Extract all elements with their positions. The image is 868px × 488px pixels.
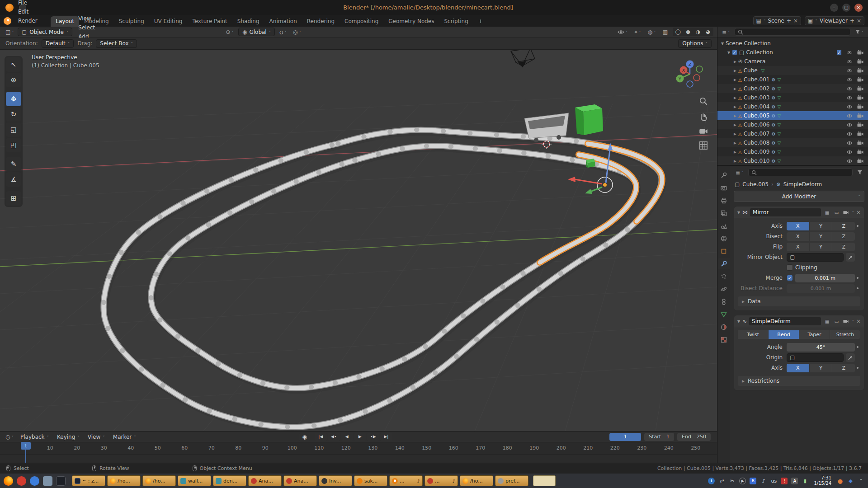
keyboard-layout-indicator[interactable]: us	[770, 478, 777, 484]
tab-physics[interactable]	[718, 283, 730, 295]
taskbar-window-button[interactable]: /ho...	[107, 475, 141, 486]
timeline-menu[interactable]: Playback	[16, 432, 53, 441]
realtime-display-toggle[interactable]	[833, 210, 840, 215]
clock[interactable]: 7:31 1/15/24	[814, 475, 831, 486]
tab-object[interactable]	[718, 245, 730, 257]
workspace-tab[interactable]: UV Editing	[149, 16, 188, 27]
animate-dot[interactable]	[855, 346, 860, 348]
collapse-icon[interactable]	[727, 50, 730, 55]
topbar-menu[interactable]: Render	[14, 16, 43, 25]
prev-keyframe-button[interactable]	[328, 433, 340, 441]
object-name[interactable]: Cube.009	[744, 149, 770, 155]
expand-caret-icon[interactable]	[734, 68, 736, 73]
maximize-button[interactable]: ▢	[842, 4, 850, 12]
animate-dot[interactable]	[855, 277, 860, 279]
clipping-checkbox[interactable]	[787, 264, 793, 271]
overlays-dropdown[interactable]	[646, 29, 658, 35]
green-cube-object[interactable]	[575, 104, 603, 135]
hide-eye-icon[interactable]	[846, 96, 853, 100]
workspace-tab[interactable]: Geometry Nodes	[383, 16, 439, 27]
select-box-tool[interactable]	[6, 57, 21, 72]
hide-eye-icon[interactable]	[846, 51, 853, 55]
tab-output[interactable]	[718, 195, 730, 206]
taskbar-window-button[interactable]: Ana...	[248, 475, 282, 486]
topbar-menu[interactable]: File	[14, 0, 43, 7]
shading-mode-button[interactable]	[703, 28, 713, 36]
collection-label[interactable]: Collection	[746, 49, 773, 56]
outliner-object-row[interactable]: Cube.005	[717, 111, 868, 120]
timeline-menu[interactable]: View	[84, 432, 109, 441]
tab-material[interactable]	[718, 321, 730, 333]
deform-mode-tab[interactable]: Taper	[799, 330, 830, 339]
timeline-ruler[interactable]: 1020304050607080901001101201301401501601…	[0, 442, 717, 454]
render-visibility-icon[interactable]	[857, 77, 863, 82]
hide-eye-icon[interactable]	[846, 69, 853, 73]
taskbar-window-button[interactable]: pref...	[495, 475, 528, 486]
visibility-dropdown[interactable]	[616, 29, 630, 35]
gizmo-x-arrow[interactable]	[568, 177, 576, 182]
edit-mode-display-toggle[interactable]	[823, 319, 830, 324]
workspace-tab[interactable]: Sculpting	[114, 16, 149, 27]
tab-tool[interactable]	[718, 169, 730, 181]
next-keyframe-button[interactable]	[367, 433, 379, 441]
outliner-search-input[interactable]	[735, 28, 850, 36]
tab-particles[interactable]	[718, 271, 730, 282]
remove-viewlayer-icon[interactable]	[857, 18, 861, 23]
unlink-scene-icon[interactable]	[793, 18, 798, 23]
playhead[interactable]: 1	[21, 442, 31, 450]
object-name[interactable]: Cube.005	[744, 113, 770, 119]
proportional-editing-dropdown[interactable]	[291, 29, 303, 35]
orientation-dropdown[interactable]: Default	[42, 39, 74, 48]
viewport-menu[interactable]: View	[74, 14, 100, 23]
scale-tool[interactable]	[6, 122, 21, 137]
xray-toggle[interactable]	[661, 29, 670, 35]
outliner-object-row[interactable]: Cube.009	[717, 147, 868, 156]
mirror-axis-x-button[interactable]: X	[787, 222, 809, 230]
deform-axis-x-button[interactable]: X	[787, 364, 809, 372]
expand-caret-icon[interactable]	[734, 77, 736, 82]
taskbar-window-button[interactable]: Ana...	[283, 475, 317, 486]
toggle-grid-icon[interactable]	[699, 141, 708, 150]
render-visibility-icon[interactable]	[857, 86, 863, 91]
new-viewlayer-icon[interactable]	[850, 18, 854, 23]
tab-modifiers[interactable]	[718, 258, 730, 269]
hide-eye-icon[interactable]	[846, 132, 853, 136]
pivot-point-dropdown[interactable]	[224, 29, 236, 35]
render-visibility-icon[interactable]	[857, 95, 863, 100]
angle-field[interactable]: 45°	[787, 343, 855, 352]
object-name[interactable]: Cube.007	[744, 131, 770, 137]
browser-launcher-icon[interactable]	[30, 476, 39, 486]
tray-expand-icon[interactable]	[858, 478, 864, 484]
drag-dropdown[interactable]: Select Box	[96, 39, 137, 48]
camera-view-icon[interactable]	[699, 127, 708, 135]
taskbar-window-button[interactable]: /ho...	[460, 475, 493, 486]
modifier-extras-icon[interactable]	[852, 210, 854, 215]
outliner-object-row[interactable]: Cube.004	[717, 102, 868, 111]
outliner-object-row[interactable]: Cube.007	[717, 129, 868, 138]
merge-threshold-field[interactable]: 0.001 m	[795, 274, 855, 282]
flip-y-button[interactable]: Y	[810, 243, 832, 251]
expand-caret-icon[interactable]	[734, 131, 736, 136]
object-name[interactable]: Cube.004	[744, 103, 770, 110]
hide-eye-icon[interactable]	[846, 159, 853, 163]
render-visibility-icon[interactable]	[857, 159, 863, 163]
edit-mode-display-toggle[interactable]	[823, 210, 830, 215]
input-method-icon[interactable]	[791, 478, 798, 484]
bisect-y-button[interactable]: Y	[810, 232, 832, 241]
properties-search-input[interactable]	[748, 169, 853, 176]
workspace-tab[interactable]: Rendering	[302, 16, 340, 27]
expand-caret-icon[interactable]	[734, 59, 736, 64]
cursor-tool[interactable]	[6, 73, 21, 87]
animate-dot[interactable]	[855, 367, 860, 369]
editor-type-dropdown[interactable]	[720, 29, 732, 35]
workspace-tab[interactable]: Shading	[232, 16, 264, 27]
editor-type-dropdown[interactable]	[4, 29, 16, 35]
filter-icon[interactable]	[855, 170, 864, 175]
scene-selector[interactable]: Scene	[753, 16, 802, 25]
gizmo-y-arrow[interactable]	[585, 189, 592, 194]
hide-eye-icon[interactable]	[846, 114, 853, 118]
annotate-tool[interactable]	[6, 157, 21, 171]
security-shield-icon[interactable]	[847, 478, 854, 484]
shading-mode-button[interactable]	[673, 28, 683, 36]
mirror-modifier-header[interactable]: Mirror	[734, 206, 864, 218]
